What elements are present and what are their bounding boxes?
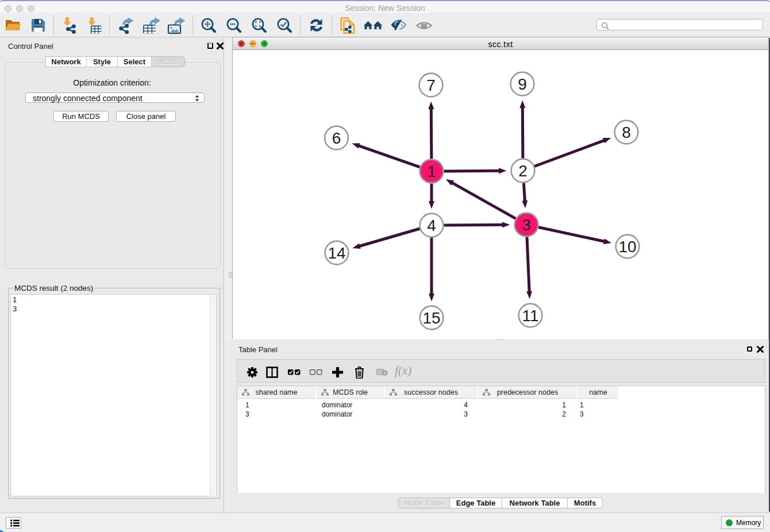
- svg-text:6: 6: [332, 129, 341, 147]
- svg-text:8: 8: [622, 124, 631, 141]
- svg-text:2: 2: [518, 162, 528, 180]
- svg-text:15: 15: [422, 309, 440, 327]
- svg-text:14: 14: [328, 244, 345, 262]
- svg-text:4: 4: [427, 217, 436, 234]
- svg-text:7: 7: [426, 76, 436, 94]
- svg-text:1: 1: [427, 163, 436, 180]
- svg-text:10: 10: [618, 238, 636, 256]
- svg-text:11: 11: [522, 307, 538, 325]
- svg-text:9: 9: [518, 75, 527, 93]
- svg-text:3: 3: [522, 216, 531, 234]
